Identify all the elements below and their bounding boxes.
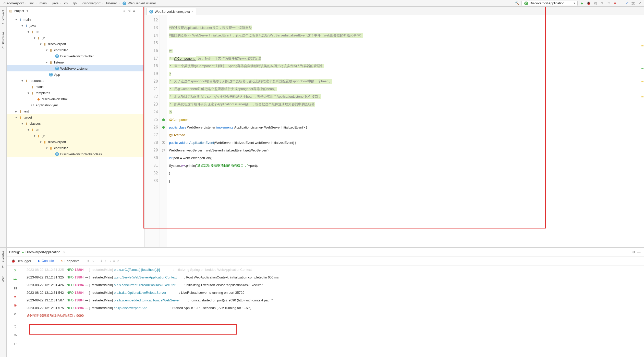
console-output[interactable]: 2023-08-22 13:12:31.325 INFO 13884 --- […: [24, 265, 644, 357]
mute-breakpoints-icon[interactable]: ⊘: [12, 310, 19, 317]
code-line[interactable]: }: [169, 177, 642, 185]
view-breakpoints-icon[interactable]: ◉: [12, 302, 19, 308]
force-step-into-icon[interactable]: ⇣: [100, 259, 103, 263]
breadcrumb-item[interactable]: main: [38, 1, 51, 5]
tree-row[interactable]: DiscoverPortController: [7, 53, 144, 59]
tab-console[interactable]: ▶Console: [36, 258, 56, 264]
project-title[interactable]: ▤ Project: [9, 9, 28, 13]
code-line[interactable]: [169, 39, 642, 47]
tree-row[interactable]: ▾▮ljh: [7, 133, 144, 139]
soft-wrap-icon[interactable]: ↩: [12, 340, 19, 347]
side-tab-favorites[interactable]: 2: Favorites: [1, 249, 5, 270]
breadcrumb-item[interactable]: ljh: [72, 1, 81, 5]
run-icon[interactable]: ▶: [580, 1, 584, 6]
tree-row[interactable]: ▾▮main: [7, 16, 144, 22]
collapse-icon[interactable]: —: [137, 8, 142, 14]
tab-endpoints[interactable]: ⟲Endpoints: [58, 258, 81, 264]
tree-row[interactable]: DiscoverPortController.class: [7, 151, 144, 157]
stop-icon[interactable]: ■: [12, 293, 19, 300]
side-tab-project[interactable]: 1: Project: [1, 9, 5, 26]
debug-app-tab[interactable]: DiscoverportApplication ×: [20, 249, 67, 255]
stop-icon[interactable]: ■: [613, 1, 617, 6]
print-icon[interactable]: 🖶: [12, 332, 19, 338]
tree-row[interactable]: ▾▮discoverport: [7, 41, 144, 47]
gear-icon[interactable]: ⚙: [131, 8, 137, 14]
tab-debugger[interactable]: 🐞Debugger: [9, 258, 33, 264]
tree-row[interactable]: ⎔application.yml: [7, 102, 144, 108]
resume-icon[interactable]: ▸▸: [12, 276, 19, 282]
breadcrumb-item[interactable]: discoverport: [81, 1, 105, 5]
code-line[interactable]: public void onApplicationEvent(WebServer…: [169, 139, 642, 146]
tree-row[interactable]: ▾▮controller: [7, 47, 144, 53]
tree-row[interactable]: WebServerListener: [7, 65, 144, 71]
side-tab-web[interactable]: Web: [1, 274, 5, 284]
code-line[interactable]: @Override: [169, 131, 642, 139]
code-line[interactable]: */: [169, 108, 642, 116]
profile-icon[interactable]: ⟳: [600, 1, 604, 6]
code-line[interactable]: *: [169, 70, 642, 78]
tree-row[interactable]: App: [7, 71, 144, 78]
step-out-icon[interactable]: ↑: [105, 259, 107, 263]
code-line[interactable]: int port = webServer.getPort();: [169, 154, 642, 162]
breadcrumb-item[interactable]: java: [51, 1, 63, 5]
code-line[interactable]: public class WebServerListener implement…: [169, 123, 642, 131]
step-into-icon[interactable]: ↓: [96, 259, 98, 263]
breadcrumb-item[interactable]: discoverport: [2, 1, 28, 5]
tree-row[interactable]: ▮static: [7, 84, 144, 90]
code-line[interactable]: * 当一个类使用@Component注解时，Spring容器会自动创建该类的实例…: [169, 62, 642, 70]
trace-icon[interactable]: ⎌: [117, 259, 119, 263]
code-line[interactable]: [169, 16, 642, 24]
debug-icon[interactable]: 🐞: [586, 1, 591, 6]
side-tab-structure[interactable]: 7: Structure: [1, 30, 5, 50]
tree-row[interactable]: ▾▮controller: [7, 145, 144, 151]
code-line[interactable]: @Component: [169, 116, 642, 123]
code-line[interactable]: * 为了让这个springboot项目能够识别到这个监听器，那么就得把这个监听器…: [169, 78, 642, 85]
code-line[interactable]: * 如果发现这个组件有实现这个ApplicationListener接口，就会把…: [169, 100, 642, 108]
close-icon[interactable]: ×: [191, 10, 193, 13]
rerun-icon[interactable]: ⟳: [12, 267, 19, 274]
code-line[interactable]: * 那么项目启动的时候，spring容器就会来检测这个bean，看是否实现了Ap…: [169, 93, 642, 100]
tree-row[interactable]: ▾▮listener: [7, 59, 144, 65]
translate-icon[interactable]: 文: [631, 1, 635, 6]
gear-icon[interactable]: ⚙: [631, 250, 636, 255]
tree-row[interactable]: ▾▮cn: [7, 126, 144, 133]
tree-row[interactable]: ◆discoverPort.html: [7, 96, 144, 102]
breadcrumb-item[interactable]: src: [28, 1, 38, 5]
code-line[interactable]: //接口的泛型 -> WebServerInitializedEvent ，表示…: [169, 32, 642, 39]
tab-webserverlistener[interactable]: WebServerListener.java ×: [147, 8, 196, 15]
breadcrumb-item[interactable]: cn: [63, 1, 72, 5]
code-line[interactable]: WebServer webServer = webServerInitializ…: [169, 146, 642, 154]
hammer-icon[interactable]: 🔨: [515, 1, 519, 6]
tree-row[interactable]: ▾▮cn: [7, 29, 144, 35]
tree-row[interactable]: ▾▮java: [7, 22, 144, 29]
tree-row[interactable]: ▾▮discoverport: [7, 139, 144, 145]
breadcrumb-item[interactable]: WebServerListener: [121, 1, 157, 5]
git-icon[interactable]: ⎇: [624, 1, 629, 6]
tree-row[interactable]: ▾▮resources: [7, 78, 144, 84]
step-over-icon[interactable]: ⤼: [91, 259, 94, 263]
expand-icon[interactable]: ⤢: [637, 1, 642, 6]
tree-row[interactable]: ▾▮target: [7, 114, 144, 120]
collapse-icon[interactable]: —: [636, 250, 641, 255]
code-body[interactable]: //通过实现ApplicationListener接口，来实现一个监听器类//接…: [167, 15, 644, 247]
coverage-icon[interactable]: ◰: [593, 1, 598, 6]
breadcrumb-item[interactable]: listener: [105, 1, 121, 5]
scroll-to-end-icon[interactable]: ↧: [12, 323, 19, 330]
tree-row[interactable]: ▸▮test: [7, 108, 144, 114]
project-tree[interactable]: ▾▮main▾▮java▾▮cn▾▮ljh▾▮discoverport▾▮con…: [7, 15, 144, 247]
locate-icon[interactable]: ⊕: [121, 8, 126, 14]
attach-icon[interactable]: ⟲: [606, 1, 611, 6]
code-line[interactable]: * @Component: 用于标识一个类作为组件被Spring容器管理: [169, 55, 642, 62]
code-line[interactable]: * 用@Component注解把这个监听器组件变成springboot容器中的b…: [169, 85, 642, 93]
code-line[interactable]: System.err.println("通过监听器获取项目的动态端口："+por…: [169, 162, 642, 169]
tree-row[interactable]: ▾▮classes: [7, 120, 144, 126]
run-to-cursor-icon[interactable]: ⇥: [108, 259, 111, 263]
evaluate-icon[interactable]: ⌗: [113, 259, 115, 263]
run-config-dropdown[interactable]: DiscoverportApplication: [521, 1, 578, 6]
expand-all-icon[interactable]: ⇲: [126, 8, 131, 14]
code-line[interactable]: }: [169, 169, 642, 177]
code-line[interactable]: /**: [169, 47, 642, 55]
close-icon[interactable]: ×: [63, 250, 65, 254]
tree-row[interactable]: ▾▮ljh: [7, 35, 144, 41]
tree-row[interactable]: ▾▮templates: [7, 90, 144, 96]
